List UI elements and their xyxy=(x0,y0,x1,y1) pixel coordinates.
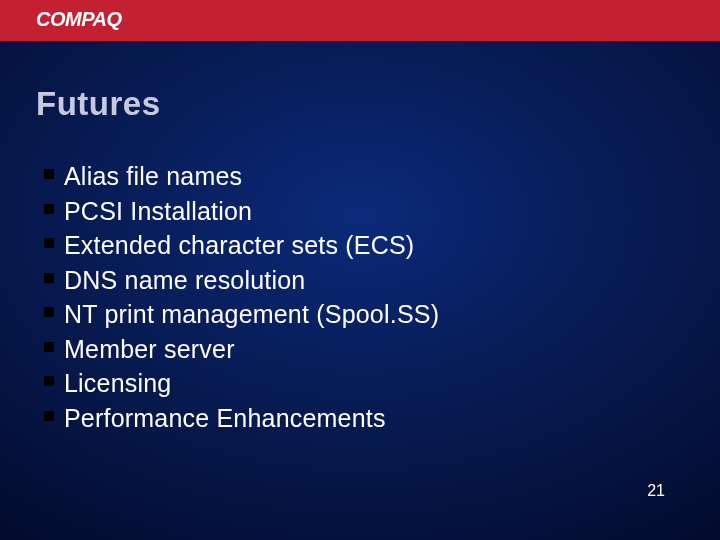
list-item: PCSI Installation xyxy=(42,194,686,229)
slide-content: Futures Alias file names PCSI Installati… xyxy=(0,41,720,435)
compaq-logo: COMPAQ xyxy=(36,8,122,30)
slide: COMPAQ Futures Alias file names PCSI Ins… xyxy=(0,0,720,540)
bullet-text: Performance Enhancements xyxy=(64,404,386,432)
list-item: Extended character sets (ECS) xyxy=(42,228,686,263)
list-item: Licensing xyxy=(42,366,686,401)
list-item: Alias file names xyxy=(42,159,686,194)
bullet-list: Alias file names PCSI Installation Exten… xyxy=(42,159,686,435)
slide-title: Futures xyxy=(36,85,686,123)
list-item: DNS name resolution xyxy=(42,263,686,298)
bullet-text: Alias file names xyxy=(64,162,242,190)
bullet-text: DNS name resolution xyxy=(64,266,305,294)
bullet-text: Licensing xyxy=(64,369,171,397)
list-item: Performance Enhancements xyxy=(42,401,686,436)
bullet-text: NT print management (Spool.SS) xyxy=(64,300,439,328)
page-number: 21 xyxy=(647,482,665,500)
header-bar: COMPAQ xyxy=(0,0,720,41)
compaq-logo-text: COMPAQ xyxy=(36,8,122,30)
bullet-text: PCSI Installation xyxy=(64,197,252,225)
bullet-text: Extended character sets (ECS) xyxy=(64,231,414,259)
list-item: Member server xyxy=(42,332,686,367)
list-item: NT print management (Spool.SS) xyxy=(42,297,686,332)
bullet-text: Member server xyxy=(64,335,235,363)
